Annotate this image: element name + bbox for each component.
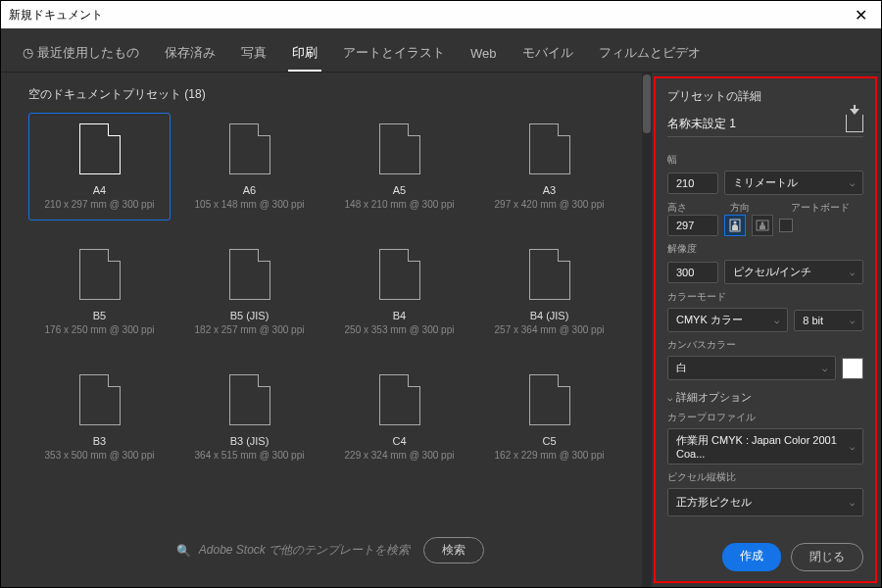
preset-name: A6 bbox=[243, 184, 256, 196]
preset-grid: A4210 x 297 mm @ 300 ppiA6105 x 148 mm @… bbox=[28, 113, 620, 471]
svg-point-1 bbox=[733, 220, 736, 223]
preset-item[interactable]: B5 (JIS)182 x 257 mm @ 300 ppi bbox=[178, 238, 320, 346]
document-icon bbox=[379, 249, 420, 300]
tab-art[interactable]: アートとイラスト bbox=[339, 38, 449, 72]
document-icon bbox=[379, 374, 420, 425]
preset-dimensions: 210 x 297 mm @ 300 ppi bbox=[45, 199, 155, 210]
close-icon[interactable]: ✕ bbox=[849, 6, 873, 24]
preset-item[interactable]: B3 (JIS)364 x 515 mm @ 300 ppi bbox=[178, 364, 320, 471]
color-profile-select[interactable]: 作業用 CMYK : Japan Color 2001 Coa...⌵ bbox=[667, 428, 863, 465]
category-tabs: ◷最近使用したもの 保存済み 写真 印刷 アートとイラスト Web モバイル フ… bbox=[1, 28, 881, 73]
preset-dimensions: 250 x 353 mm @ 300 ppi bbox=[345, 324, 455, 335]
resolution-unit-select[interactable]: ピクセル/インチ⌵ bbox=[724, 260, 863, 284]
pixel-aspect-label: ピクセル縦横比 bbox=[667, 470, 863, 484]
preset-item[interactable]: B4250 x 353 mm @ 300 ppi bbox=[328, 238, 470, 346]
preset-dimensions: 257 x 364 mm @ 300 ppi bbox=[495, 324, 605, 335]
search-button[interactable]: 検索 bbox=[423, 537, 484, 564]
document-icon bbox=[229, 374, 270, 425]
height-input[interactable]: 297 bbox=[667, 215, 718, 236]
preset-item[interactable]: A4210 x 297 mm @ 300 ppi bbox=[28, 113, 171, 220]
tab-print[interactable]: 印刷 bbox=[288, 38, 321, 72]
resolution-label: 解像度 bbox=[667, 242, 863, 256]
color-mode-label: カラーモード bbox=[667, 290, 863, 304]
preset-name: A4 bbox=[93, 184, 106, 196]
preset-name: B4 bbox=[393, 310, 406, 321]
chevron-down-icon: ⌵ bbox=[850, 178, 855, 188]
document-icon bbox=[529, 374, 570, 425]
preset-item[interactable]: A5148 x 210 mm @ 300 ppi bbox=[328, 113, 470, 220]
preset-item[interactable]: A6105 x 148 mm @ 300 ppi bbox=[178, 113, 320, 220]
orientation-label: 方向 bbox=[730, 201, 785, 215]
orientation-portrait[interactable] bbox=[724, 215, 746, 236]
preset-item[interactable]: A3297 x 420 mm @ 300 ppi bbox=[478, 113, 620, 220]
color-profile-label: カラープロファイル bbox=[667, 411, 863, 424]
document-icon bbox=[529, 123, 570, 174]
details-title: プリセットの詳細 bbox=[667, 88, 863, 105]
document-icon bbox=[229, 249, 270, 300]
chevron-down-icon: ⌵ bbox=[667, 393, 672, 403]
document-icon bbox=[379, 123, 420, 174]
preset-name: A3 bbox=[543, 184, 556, 196]
stock-placeholder: Adobe Stock で他のテンプレートを検索 bbox=[199, 542, 410, 559]
pixel-aspect-select[interactable]: 正方形ピクセル⌵ bbox=[667, 488, 863, 516]
background-swatch[interactable] bbox=[842, 358, 863, 379]
background-select[interactable]: 白⌵ bbox=[667, 356, 836, 380]
preset-name: C5 bbox=[542, 435, 556, 447]
stock-search[interactable]: 🔍 Adobe Stock で他のテンプレートを検索 bbox=[176, 542, 410, 559]
advanced-options-toggle[interactable]: ⌵詳細オプション bbox=[667, 390, 863, 405]
tab-mobile[interactable]: モバイル bbox=[518, 38, 577, 72]
chevron-down-icon: ⌵ bbox=[850, 498, 855, 508]
width-label: 幅 bbox=[667, 153, 863, 167]
tab-photo[interactable]: 写真 bbox=[237, 38, 270, 72]
preset-name: B5 (JIS) bbox=[230, 310, 270, 321]
chevron-down-icon: ⌵ bbox=[774, 316, 779, 325]
preset-name: C4 bbox=[392, 435, 406, 447]
chevron-down-icon: ⌵ bbox=[850, 442, 855, 452]
preset-details-panel: プリセットの詳細 名称未設定 1 幅 210 ミリメートル⌵ 高さ 方向 アート… bbox=[654, 76, 877, 583]
save-preset-icon[interactable] bbox=[846, 115, 863, 132]
width-input[interactable]: 210 bbox=[667, 172, 718, 194]
preset-dimensions: 162 x 229 mm @ 300 ppi bbox=[495, 450, 605, 461]
document-icon bbox=[79, 123, 121, 174]
tab-saved[interactable]: 保存済み bbox=[161, 38, 220, 72]
preset-dimensions: 176 x 250 mm @ 300 ppi bbox=[45, 324, 155, 335]
preset-name: B3 bbox=[93, 435, 106, 447]
resolution-input[interactable]: 300 bbox=[667, 262, 718, 283]
tab-recent[interactable]: ◷最近使用したもの bbox=[19, 38, 143, 72]
document-icon bbox=[79, 374, 121, 425]
bit-depth-select[interactable]: 8 bit⌵ bbox=[794, 310, 863, 331]
preset-name-input[interactable]: 名称未設定 1 bbox=[667, 116, 736, 132]
artboard-checkbox[interactable] bbox=[779, 219, 793, 232]
clock-icon: ◷ bbox=[23, 45, 33, 60]
unit-select[interactable]: ミリメートル⌵ bbox=[724, 171, 863, 195]
preset-item[interactable]: B3353 x 500 mm @ 300 ppi bbox=[28, 364, 171, 471]
height-label: 高さ bbox=[667, 201, 724, 215]
preset-dimensions: 148 x 210 mm @ 300 ppi bbox=[345, 199, 455, 210]
orientation-landscape[interactable] bbox=[752, 215, 773, 236]
chevron-down-icon: ⌵ bbox=[850, 316, 855, 325]
close-button[interactable]: 閉じる bbox=[791, 543, 863, 571]
preset-item[interactable]: C5162 x 229 mm @ 300 ppi bbox=[478, 364, 620, 471]
preset-name: A5 bbox=[393, 184, 406, 196]
document-icon bbox=[529, 249, 570, 300]
preset-dimensions: 182 x 257 mm @ 300 ppi bbox=[195, 324, 305, 335]
window-title: 新規ドキュメント bbox=[9, 7, 103, 24]
document-icon bbox=[229, 123, 270, 174]
preset-name: B3 (JIS) bbox=[230, 435, 270, 447]
preset-name: B4 (JIS) bbox=[530, 310, 569, 321]
preset-name: B5 bbox=[93, 310, 106, 321]
tab-web[interactable]: Web bbox=[466, 40, 501, 71]
artboard-label: アートボード bbox=[791, 201, 863, 215]
document-icon bbox=[79, 249, 121, 300]
preset-item[interactable]: B5176 x 250 mm @ 300 ppi bbox=[28, 238, 171, 346]
create-button[interactable]: 作成 bbox=[722, 543, 781, 571]
preset-scrollbar[interactable] bbox=[642, 73, 652, 587]
color-mode-select[interactable]: CMYK カラー⌵ bbox=[667, 308, 788, 332]
preset-item[interactable]: B4 (JIS)257 x 364 mm @ 300 ppi bbox=[478, 238, 620, 346]
chevron-down-icon: ⌵ bbox=[822, 364, 827, 373]
tab-film[interactable]: フィルムとビデオ bbox=[595, 38, 705, 72]
background-label: カンバスカラー bbox=[667, 338, 863, 352]
chevron-down-icon: ⌵ bbox=[850, 268, 855, 277]
preset-dimensions: 364 x 515 mm @ 300 ppi bbox=[195, 450, 305, 461]
preset-item[interactable]: C4229 x 324 mm @ 300 ppi bbox=[328, 364, 470, 471]
